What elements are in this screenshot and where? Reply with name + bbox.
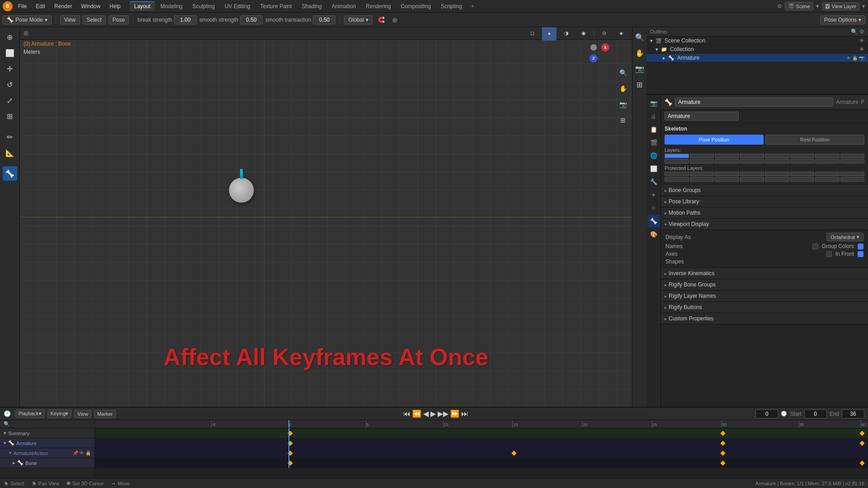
prop-world-icon[interactable]: 🌐 <box>647 149 660 162</box>
collection-row[interactable]: ▾ 📁 Collection 👁 <box>646 45 868 54</box>
view-layer-chevron[interactable]: ▾ <box>862 3 865 9</box>
layer-7[interactable] <box>815 154 840 158</box>
tab-rendering[interactable]: Rendering <box>361 1 395 11</box>
skip-start-btn[interactable]: ⏮ <box>403 410 410 418</box>
summary-track-header[interactable]: ▾ Summary <box>0 428 94 438</box>
scale-tool[interactable]: ⤢ <box>3 93 17 108</box>
menu-window[interactable]: Window <box>77 2 104 10</box>
bone-kf-2[interactable] <box>720 460 725 465</box>
tab-scripting[interactable]: Scripting <box>436 1 467 11</box>
menu-file[interactable]: File <box>14 2 30 10</box>
xray-btn[interactable]: ◈ <box>614 27 628 41</box>
menu-render[interactable]: Render <box>51 2 75 10</box>
keying-menu[interactable]: Keying▾ <box>47 409 72 418</box>
names-checkbox[interactable] <box>812 244 818 249</box>
summary-kf-2[interactable] <box>720 431 725 436</box>
material-btn[interactable]: ◑ <box>559 27 574 41</box>
snap-icon[interactable]: 🧲 <box>375 15 387 25</box>
player-8[interactable] <box>840 172 865 176</box>
layer-2[interactable] <box>690 154 714 158</box>
scene-selector[interactable]: 🎬 Scene <box>785 2 813 10</box>
layer-6[interactable] <box>790 154 815 158</box>
transform-tool[interactable]: ⊞ <box>3 109 17 123</box>
pan-tool-r[interactable]: ✋ <box>632 46 647 60</box>
skip-end-btn[interactable]: ⏭ <box>461 410 468 418</box>
layer-12[interactable] <box>740 159 764 164</box>
prop-modifiers-icon[interactable]: 🔧 <box>647 175 660 188</box>
prop-physics-icon[interactable]: ⚛ <box>647 202 660 214</box>
transform-selector[interactable]: Global ▾ <box>344 15 373 24</box>
act-kf-3[interactable] <box>720 450 725 455</box>
pose-position-btn[interactable]: Pose Position <box>665 135 764 145</box>
scene-collection-vis[interactable]: 👁 <box>859 38 864 43</box>
fake-user-btn[interactable]: F <box>861 99 864 105</box>
pan-btn[interactable]: ✋ <box>616 81 630 96</box>
view-menu-btn[interactable]: View <box>60 15 80 24</box>
layer-14[interactable] <box>790 159 815 164</box>
rigify-bone-groups-section[interactable]: ▸ Rigify Bone Groups <box>661 279 868 291</box>
armature-name-field[interactable] <box>675 98 833 107</box>
jump-next-btn[interactable]: ⏩ <box>450 409 459 418</box>
active-tool[interactable]: 🦴 <box>3 166 17 181</box>
player-5[interactable] <box>765 172 789 176</box>
pose-menu-btn[interactable]: Pose <box>108 15 129 24</box>
render-preview-btn[interactable]: ◉ <box>576 27 591 41</box>
player-6[interactable] <box>790 172 815 176</box>
player-2[interactable] <box>690 172 714 176</box>
player-7[interactable] <box>815 172 840 176</box>
zoom-in-btn[interactable]: 🔍 <box>616 66 630 80</box>
grid-btn[interactable]: ⊞ <box>616 113 630 127</box>
prop-material-icon[interactable]: 🎨 <box>647 228 660 240</box>
layer-10[interactable] <box>690 159 714 164</box>
player-11[interactable] <box>715 177 739 182</box>
track-pin[interactable]: 📌 <box>73 450 78 455</box>
camera-view-r[interactable]: 📷 <box>632 61 647 76</box>
tab-compositing[interactable]: Compositing <box>396 1 435 11</box>
tab-layout[interactable]: Layout <box>130 1 155 11</box>
armature-track-header[interactable]: ▾ 🦴 Armature <box>0 438 94 448</box>
in-front-checkbox[interactable] <box>858 251 863 257</box>
player-12[interactable] <box>740 177 764 182</box>
proportional-icon[interactable]: ◎ <box>389 15 401 25</box>
prop-view-layer-icon[interactable]: 📋 <box>647 123 660 136</box>
gizmo-z-axis[interactable]: Z <box>590 54 598 62</box>
player-13[interactable] <box>765 177 789 182</box>
marker-menu[interactable]: Marker <box>94 410 116 418</box>
layer-4[interactable] <box>740 154 764 158</box>
armature-data-name-field[interactable] <box>665 112 739 121</box>
overlay-btn[interactable]: ⊙ <box>597 27 611 41</box>
prop-particles-icon[interactable]: ✦ <box>647 188 660 201</box>
player-10[interactable] <box>690 177 714 182</box>
layer-3[interactable] <box>715 154 739 158</box>
smooth-transaction-field[interactable]: 0.50 <box>313 15 335 24</box>
pose-mode-selector[interactable]: 🦴 Pose Mode ▾ <box>3 15 52 24</box>
next-frame-btn[interactable]: ▶▶ <box>438 409 448 418</box>
viewport-body[interactable]: Right Orthographic (0) Armature : Bone M… <box>20 27 632 407</box>
track-solo[interactable]: 🔒 <box>85 450 91 455</box>
layer-9[interactable] <box>665 159 689 164</box>
move-tool[interactable]: ✛ <box>3 61 17 76</box>
select-box-tool[interactable]: ⬜ <box>3 46 17 60</box>
armature-vis-icons[interactable]: 👁 🔒 📷 <box>846 56 864 61</box>
arm-kf-3[interactable] <box>859 441 864 446</box>
prev-frame-btn[interactable]: ◀ <box>423 409 429 418</box>
prop-object-icon[interactable]: ⬜ <box>647 162 660 175</box>
grid-view-r[interactable]: ⊞ <box>632 77 647 92</box>
jump-prev-btn[interactable]: ⏪ <box>412 409 421 418</box>
rigify-buttons-section[interactable]: ▸ Rigify Buttons <box>661 302 868 313</box>
player-16[interactable] <box>840 177 865 182</box>
camera-btn[interactable]: 📷 <box>616 97 630 112</box>
rigify-layer-names-section[interactable]: ▸ Rigify Layer Names <box>661 291 868 302</box>
scene-chevron[interactable]: ▾ <box>816 3 819 9</box>
menu-help[interactable]: Help <box>106 2 124 10</box>
prop-render-icon[interactable]: 📷 <box>647 97 660 109</box>
layer-13[interactable] <box>765 159 789 164</box>
rest-position-btn[interactable]: Rest Position <box>765 135 864 145</box>
end-frame-field[interactable]: 36 <box>842 409 864 418</box>
armature-row[interactable]: ▸ 🦴 Armature 👁 🔒 📷 <box>646 54 868 62</box>
layer-15[interactable] <box>815 159 840 164</box>
collection-vis[interactable]: 👁 <box>859 47 864 52</box>
play-btn[interactable]: ▶ <box>430 409 436 418</box>
player-4[interactable] <box>740 172 764 176</box>
axes-checkbox[interactable] <box>826 251 832 257</box>
